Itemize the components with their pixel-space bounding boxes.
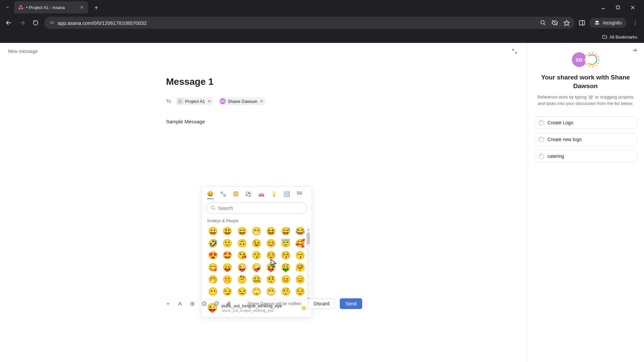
emoji-cell[interactable]: 😒 (236, 287, 248, 296)
emoji-cell[interactable]: 😶 (207, 287, 219, 296)
recipient-chip-project[interactable]: ☰ Project A1 ✕ (176, 97, 214, 105)
emoji-cell[interactable]: 😄 (236, 227, 248, 236)
sidebar-close-icon[interactable] (631, 47, 638, 54)
emoji-cell[interactable]: 😃 (221, 227, 233, 236)
incognito-chip[interactable]: Incognito (589, 18, 627, 28)
emoji-cell[interactable]: 😌 (294, 287, 306, 296)
emoji-cat-travel-icon[interactable]: 🚗 (258, 191, 265, 199)
send-button[interactable]: Send (340, 298, 362, 309)
emoji-cat-flags-icon[interactable]: 🏁 (296, 191, 303, 199)
emoji-cell[interactable]: 🙄 (251, 287, 262, 296)
message-title[interactable]: Message 1 (166, 76, 401, 87)
emoji-cell[interactable]: 😘 (236, 251, 248, 260)
zoom-icon[interactable] (540, 20, 546, 26)
emoji-cell[interactable]: 😆 (265, 227, 277, 236)
task-check-icon[interactable] (539, 137, 544, 142)
site-info-icon[interactable] (49, 20, 54, 25)
window-maximize-icon[interactable] (614, 4, 621, 11)
emoji-cell[interactable]: 😬 (265, 287, 277, 296)
shared-task-item[interactable]: catering (534, 150, 637, 163)
emoji-cell[interactable]: 🤨 (265, 275, 277, 284)
all-bookmarks-folder-icon[interactable] (602, 34, 607, 40)
emoji-cell[interactable]: 🤪 (251, 263, 262, 272)
eye-off-icon[interactable] (551, 19, 558, 26)
chip-remove-icon[interactable]: ✕ (260, 99, 263, 104)
emoji-cat-objects-icon[interactable]: 💡 (271, 191, 277, 199)
all-bookmarks-label[interactable]: All Bookmarks (609, 35, 637, 40)
emoji-cat-food-icon[interactable]: 🍔 (232, 191, 239, 199)
window-minimize-icon[interactable] (600, 4, 606, 11)
emoji-cell[interactable]: ☺️ (265, 251, 277, 260)
window-close-icon[interactable] (629, 4, 636, 11)
task-check-icon[interactable] (539, 154, 544, 159)
emoji-cell[interactable]: 😛 (221, 263, 233, 272)
svg-point-20 (597, 23, 599, 25)
emoji-cell[interactable]: 🤩 (221, 251, 233, 260)
emoji-cell[interactable]: 😇 (280, 239, 291, 248)
emoji-cell[interactable]: 😂 (294, 227, 306, 236)
browser-tab[interactable]: • Project A1 - Asana ✕ (14, 1, 88, 13)
emoji-cell[interactable]: 😊 (265, 239, 277, 248)
scroll-up-icon[interactable]: ▴ (306, 227, 310, 231)
emoji-cell[interactable]: 😜 (236, 263, 248, 272)
emoji-cell[interactable]: 🤑 (280, 263, 291, 272)
shared-task-item[interactable]: Create new logo (534, 133, 637, 146)
chip-label: Shane Dawson (228, 99, 257, 104)
scroll-thumb[interactable] (307, 233, 310, 245)
emoji-cell[interactable]: 😋 (207, 263, 219, 272)
discard-button[interactable]: Discard (308, 298, 335, 309)
formatting-icon[interactable] (176, 300, 184, 307)
nav-back-button[interactable] (4, 18, 13, 27)
side-panel-icon[interactable] (579, 19, 585, 26)
emoji-scrollbar[interactable]: ▴ ▾ (306, 227, 310, 301)
address-bar[interactable]: app.asana.com/0/0/1206178108570032 (44, 17, 575, 29)
emoji-cell[interactable]: 😉 (251, 239, 262, 248)
recipient-chip-person[interactable]: SD Shane Dawson ✕ (218, 97, 266, 105)
emoji-cell[interactable]: 😗 (251, 251, 262, 260)
emoji-cat-smileys-icon[interactable]: 😀 (207, 191, 214, 199)
emoji-cat-symbols-icon[interactable]: 🔣 (283, 191, 290, 199)
add-action-icon[interactable]: ＋ (164, 300, 172, 307)
task-check-icon[interactable] (539, 120, 544, 125)
emoji-cell[interactable]: 🙃 (236, 239, 248, 248)
emoji-cat-animals-icon[interactable]: 🐾 (220, 191, 226, 199)
bookmark-star-icon[interactable] (564, 20, 570, 26)
emoji-cell[interactable]: 🤔 (236, 275, 248, 284)
emoji-cell[interactable]: 😐 (280, 275, 291, 284)
emoji-cell[interactable]: 😍 (207, 251, 219, 260)
incognito-label: Incognito (603, 20, 622, 25)
chip-remove-icon[interactable]: ✕ (208, 99, 211, 104)
emoji-cat-activity-icon[interactable]: ⚽ (245, 191, 252, 199)
emoji-trigger-icon[interactable] (201, 300, 208, 307)
browser-menu-icon[interactable]: ⋮ (631, 20, 640, 26)
nav-reload-button[interactable] (31, 18, 40, 27)
collapse-panel-icon[interactable] (511, 47, 519, 55)
emoji-cell[interactable]: 🤫 (221, 275, 233, 284)
emoji-cell[interactable]: 😚 (280, 251, 291, 260)
shared-task-item[interactable]: Create Logo (534, 116, 637, 129)
attachment-icon[interactable] (225, 300, 232, 307)
emoji-cell[interactable]: 😁 (251, 227, 262, 236)
new-tab-button[interactable]: ＋ (89, 3, 103, 11)
message-body[interactable]: Sample Message (166, 119, 401, 124)
emoji-cell[interactable]: 🤗 (294, 263, 306, 272)
emoji-cell[interactable]: 🥰 (294, 239, 306, 248)
emoji-cell[interactable]: 😅 (280, 227, 291, 236)
record-icon[interactable] (189, 300, 196, 307)
emoji-cell[interactable]: 😑 (294, 275, 306, 284)
emoji-cell[interactable]: 🤥 (280, 287, 291, 296)
emoji-search-input[interactable] (206, 202, 307, 214)
nav-forward-button[interactable] (17, 18, 27, 27)
emoji-cell[interactable]: 🙂 (221, 239, 233, 248)
emoji-cell[interactable]: 🤣 (207, 239, 219, 248)
emoji-cell[interactable]: 😝 (265, 263, 277, 272)
emoji-cell[interactable]: 😀 (207, 227, 219, 236)
mention-icon[interactable]: @ (213, 300, 220, 307)
project-icon: ☰ (177, 98, 183, 104)
tab-close-icon[interactable]: ✕ (80, 5, 84, 10)
emoji-cell[interactable]: 😏 (221, 287, 233, 296)
emoji-cell[interactable]: 😙 (294, 251, 306, 260)
tab-search-dropdown[interactable] (3, 3, 12, 12)
emoji-cell[interactable]: 🤭 (207, 275, 219, 284)
emoji-cell[interactable]: 🤐 (251, 275, 262, 284)
